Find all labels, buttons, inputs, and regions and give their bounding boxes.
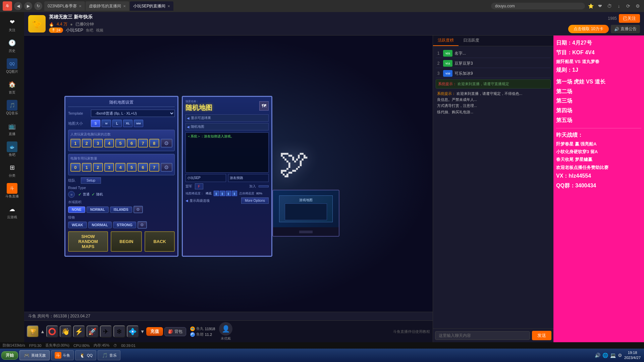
- player-5[interactable]: 5: [115, 139, 125, 147]
- bag-button[interactable]: 🎒 背包: [164, 327, 186, 336]
- follow-icon: ❤: [7, 17, 17, 27]
- player-7[interactable]: 7: [138, 139, 148, 147]
- lightning-gift-icon[interactable]: ⚡: [73, 325, 85, 338]
- player-1[interactable]: 1: [70, 139, 80, 147]
- sidebar-icon-history[interactable]: 🕐 历史: [3, 36, 21, 55]
- start-button[interactable]: 开始: [1, 351, 18, 360]
- player-2[interactable]: 2: [82, 139, 92, 147]
- tray-icon-3[interactable]: 💻: [610, 353, 616, 358]
- ai-1[interactable]: 1: [82, 163, 92, 172]
- browser-refresh-btn[interactable]: ↻: [34, 2, 42, 10]
- items-normal[interactable]: NORMAL: [88, 222, 112, 228]
- taskbar-item-2[interactable]: 🐧 QQ: [75, 350, 96, 360]
- browser-tab-0[interactable]: 023NBPL春季赛 ✕: [44, 1, 85, 11]
- ai-2[interactable]: 2: [93, 163, 103, 172]
- browser-tab-2[interactable]: 小玩SEP的直播间 ✕: [130, 1, 173, 11]
- taskbar-item-3[interactable]: 🎵 音乐: [98, 350, 120, 360]
- sidebar-icon-douyu[interactable]: 斗 斗鱼直播: [3, 181, 21, 200]
- advanced-options-btn[interactable]: ◀ 显示高级选项: [185, 198, 210, 203]
- browser-action-2[interactable]: ❤: [596, 2, 604, 10]
- tray-icon-4[interactable]: ⚙: [618, 353, 622, 358]
- water-islands[interactable]: ISLANDS: [110, 206, 132, 213]
- activity-tab[interactable]: 活跃度榜: [433, 36, 459, 46]
- ai-7[interactable]: 7: [149, 163, 159, 172]
- player-special-1[interactable]: ⚙: [161, 139, 172, 147]
- recharge-button[interactable]: 充值: [146, 327, 163, 336]
- tab-close-0[interactable]: ✕: [79, 4, 82, 8]
- browser-action-3[interactable]: ⏱: [606, 2, 613, 10]
- begin-button[interactable]: BEGIN: [111, 231, 142, 252]
- show-maps-button[interactable]: SHOW RANDOM MAPS: [68, 231, 108, 252]
- plane-gift-icon[interactable]: ✈: [100, 325, 112, 338]
- sidebar-icon-live[interactable]: 📺 直播: [3, 119, 21, 138]
- sidebar-icon-home[interactable]: 🏠 首页: [3, 77, 21, 97]
- sidebar-icon-qq[interactable]: QQ QQ图片: [3, 56, 21, 76]
- sidebar-icon-category[interactable]: ⊞ 分类: [3, 160, 21, 180]
- army-value[interactable]: F: [195, 183, 203, 189]
- setup-button[interactable]: Setup: [81, 177, 101, 184]
- player-4[interactable]: 4: [104, 139, 114, 147]
- taskbar-item-0[interactable]: 🎮 英雄无敌: [19, 350, 50, 360]
- back-button[interactable]: BACK: [145, 231, 175, 252]
- hand-gift-icon[interactable]: 👋: [60, 325, 72, 338]
- sidebar-icon-follow[interactable]: ❤ 关注: [3, 15, 21, 34]
- send-button[interactable]: 发送: [532, 331, 551, 340]
- ai-5[interactable]: 5: [127, 163, 137, 172]
- water-normal[interactable]: NORMAL: [87, 206, 109, 213]
- map-size-m[interactable]: M: [102, 120, 111, 127]
- map-size-l[interactable]: L: [112, 120, 122, 127]
- tab-close-1[interactable]: ✕: [123, 4, 126, 8]
- sidebar-icon-fish[interactable]: 🐟 鱼吧: [3, 139, 21, 159]
- snowflake-gift-icon[interactable]: ❄: [113, 325, 125, 338]
- template-select[interactable]: -8xm8普通 (8p, L · XL+U): [91, 110, 175, 117]
- daily-tab[interactable]: 日活跃度: [459, 36, 484, 46]
- join-value[interactable]: [259, 185, 269, 187]
- density-bar-4: ▮: [232, 191, 237, 196]
- map-size-mm[interactable]: MM: [134, 120, 143, 127]
- map-size-label: 地图大小: [68, 121, 88, 126]
- trophy-gift-icon[interactable]: 🏆: [27, 325, 39, 338]
- player-8[interactable]: 8: [149, 139, 159, 147]
- collapse-gift-btn[interactable]: ▼: [140, 329, 145, 334]
- sidebar-icon-cloud[interactable]: ☁ 云游戏: [3, 202, 21, 221]
- chat-input[interactable]: [435, 331, 530, 340]
- browser-tab-1[interactable]: 虚极静笃的直播间 ✕: [86, 1, 129, 11]
- ai-3[interactable]: 3: [104, 163, 114, 172]
- more-options-button[interactable]: More Options: [241, 197, 269, 204]
- water-none[interactable]: NONE: [68, 206, 85, 213]
- map-size-s[interactable]: S: [91, 120, 100, 127]
- sidebar-icon-music[interactable]: 🎵 QQ音乐: [3, 98, 21, 117]
- browser-action-5[interactable]: ⟳: [625, 2, 632, 10]
- map-icon-btn[interactable]: 🗺: [259, 101, 269, 111]
- gift-button[interactable]: 点击领取 10力卡: [568, 25, 609, 33]
- rocket-gift-icon[interactable]: 🚀: [87, 325, 99, 338]
- items-strong[interactable]: STRONG: [113, 222, 136, 228]
- channel-level-icon: 🎖: [52, 28, 55, 32]
- diamond-gift-icon[interactable]: 💠: [127, 325, 139, 338]
- tray-icon-2[interactable]: 🌐: [602, 353, 608, 358]
- circle-gift-icon[interactable]: ⭕: [46, 325, 58, 338]
- tray-icon-1[interactable]: 🔊: [595, 353, 600, 358]
- ai-6[interactable]: 6: [138, 163, 148, 172]
- game-screen: 随机地图设置 Template -8xm8普通 (8p, L · XL+U) 地…: [24, 36, 433, 312]
- follow-button[interactable]: 已关注: [619, 14, 640, 23]
- tab-close-2[interactable]: ✕: [167, 4, 170, 8]
- browser-action-4[interactable]: ↓: [615, 2, 623, 10]
- ai-4[interactable]: 4: [115, 163, 125, 172]
- map-size-xl[interactable]: XL: [123, 120, 132, 127]
- browser-action-6[interactable]: ⚙: [634, 2, 641, 10]
- taskbar-item-1[interactable]: 斗 斗鱼: [51, 350, 74, 360]
- player-6[interactable]: 6: [127, 139, 137, 147]
- address-bar[interactable]: douyu.com: [491, 3, 585, 9]
- browser-forward-btn[interactable]: ▶: [24, 2, 32, 10]
- expand-gift-btn[interactable]: ▲: [40, 329, 45, 334]
- browser-action-1[interactable]: ⭐: [587, 2, 594, 10]
- live-btn[interactable]: 🔊 直播公告: [611, 25, 640, 33]
- browser-back-btn[interactable]: ◀: [14, 2, 22, 10]
- items-special[interactable]: ⚙: [138, 221, 147, 229]
- player-3[interactable]: 3: [93, 139, 103, 147]
- ai-0[interactable]: 0: [70, 163, 80, 172]
- ai-special[interactable]: ⚙: [161, 163, 172, 172]
- items-weak[interactable]: WEAK: [68, 222, 87, 228]
- water-special[interactable]: ⚙: [133, 206, 143, 213]
